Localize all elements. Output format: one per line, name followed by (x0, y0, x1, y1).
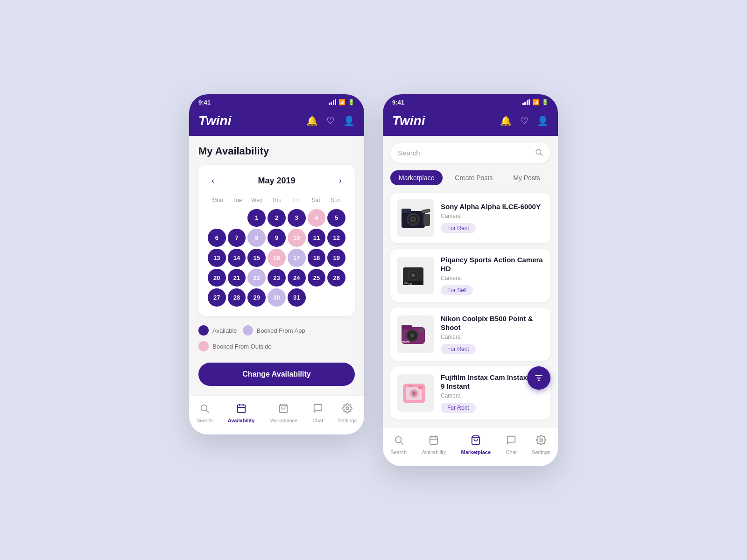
marketplace-tabs: Marketplace Create Posts My Posts (390, 170, 550, 185)
bottom-nav-2: Search Availability Marketplace Chat (383, 427, 558, 466)
calendar-day[interactable]: 2 (268, 209, 286, 227)
product-tag: For Sell (441, 285, 473, 295)
nav-search-1[interactable]: Search (191, 401, 218, 425)
status-icons-2: 📶 🔋 (522, 99, 549, 105)
app-logo-1: Twini (198, 113, 232, 128)
calendar-day[interactable]: 9 (268, 229, 286, 247)
calendar-day[interactable]: 8 (247, 229, 266, 247)
nav-marketplace-label-2: Marketplace (461, 449, 491, 455)
svg-text:NIKON: NIKON (402, 340, 410, 343)
nav-marketplace-label-1: Marketplace (269, 418, 297, 423)
calendar-day[interactable]: 17 (288, 249, 306, 267)
nav-marketplace-icon-2 (471, 435, 481, 448)
nav-chat-icon-1 (313, 403, 323, 416)
calendar-day[interactable]: 18 (308, 249, 326, 267)
nav-availability-label-2: Availability (422, 449, 446, 455)
calendar-day[interactable]: 11 (308, 229, 326, 247)
tab-my-posts[interactable]: My Posts (505, 170, 549, 185)
tab-marketplace[interactable]: Marketplace (390, 170, 443, 185)
calendar-day[interactable]: 1 (247, 209, 266, 227)
time-1: 9:41 (198, 99, 211, 106)
calendar-day[interactable]: 20 (208, 269, 226, 287)
marketplace-phone: 9:41 📶 🔋 Twini 🔔 ♡ 👤 (383, 94, 558, 466)
heart-icon-2[interactable]: ♡ (520, 115, 529, 126)
product-card[interactable]: Sony Alpha Alpha ILCE-6000Y Camera For R… (390, 193, 550, 243)
product-category: Camera (441, 275, 544, 281)
calendar-days: 1234567891011121314151617181920212223242… (208, 209, 345, 307)
header-icons-2: 🔔 ♡ 👤 (500, 115, 549, 126)
svg-rect-38 (418, 386, 423, 389)
filter-fab-button[interactable] (527, 366, 550, 390)
availability-content: My Availability ‹ May 2019 › Mon Tue Wed… (189, 136, 364, 396)
svg-point-29 (410, 333, 415, 338)
svg-line-1 (207, 410, 209, 413)
nav-marketplace-1[interactable]: Marketplace (264, 401, 303, 425)
product-name: Sony Alpha Alpha ILCE-6000Y (441, 202, 544, 211)
calendar-day[interactable]: 30 (268, 288, 286, 307)
calendar-day[interactable]: 15 (247, 249, 266, 267)
bell-icon-2[interactable]: 🔔 (500, 115, 512, 126)
calendar-day[interactable]: 16 (268, 249, 286, 267)
calendar-day[interactable]: 10 (288, 229, 306, 247)
calendar-day[interactable]: 27 (208, 288, 226, 307)
calendar-day[interactable]: 22 (247, 269, 266, 287)
nav-availability-1[interactable]: Availability (222, 401, 261, 425)
calendar-day[interactable]: 29 (247, 288, 266, 307)
calendar-day[interactable]: 31 (288, 288, 306, 307)
weekday-tue: Tue (227, 195, 247, 205)
nav-search-label-1: Search (197, 418, 213, 423)
calendar-day[interactable]: 12 (327, 229, 345, 247)
nav-settings-2[interactable]: Settings (526, 433, 556, 457)
profile-icon-2[interactable]: 👤 (537, 115, 549, 126)
nav-chat-label-1: Chat (312, 418, 323, 423)
nav-settings-label-2: Settings (532, 449, 550, 455)
app-logo-2: Twini (392, 113, 425, 128)
search-bar[interactable]: Search (390, 143, 550, 163)
prev-month-button[interactable]: ‹ (208, 174, 218, 188)
calendar-day[interactable]: 25 (308, 269, 326, 287)
next-month-button[interactable]: › (335, 174, 345, 188)
nav-availability-label-1: Availability (228, 418, 255, 423)
calendar-day[interactable]: 7 (228, 229, 246, 247)
calendar-day[interactable]: 6 (208, 229, 226, 247)
battery-icon: 🔋 (348, 99, 355, 105)
calendar-day[interactable]: 28 (228, 288, 246, 307)
product-card[interactable]: NIKON Nikon Coolpix B500 Point & Shoot C… (390, 308, 550, 361)
wifi-icon: 📶 (338, 99, 345, 105)
nav-chat-icon-2 (506, 435, 516, 448)
nav-availability-2[interactable]: Availability (416, 433, 451, 457)
calendar-day[interactable]: 26 (327, 269, 345, 287)
nav-settings-icon-1 (342, 403, 352, 416)
calendar-day (228, 209, 246, 227)
tab-create-posts[interactable]: Create Posts (446, 170, 501, 185)
calendar-day[interactable]: 21 (228, 269, 246, 287)
calendar-day[interactable]: 19 (327, 249, 345, 267)
calendar-day[interactable]: 23 (268, 269, 286, 287)
calendar-day[interactable]: 5 (327, 209, 345, 227)
bell-icon-1[interactable]: 🔔 (306, 115, 318, 126)
calendar-day (327, 288, 345, 307)
heart-icon-1[interactable]: ♡ (326, 115, 335, 126)
profile-icon-1[interactable]: 👤 (343, 115, 355, 126)
calendar-day[interactable]: 4 (308, 209, 326, 227)
legend-booked-app: Booked From App (243, 325, 305, 336)
svg-point-15 (412, 218, 414, 220)
nav-search-2[interactable]: Search (385, 433, 412, 457)
calendar-day[interactable]: 3 (288, 209, 306, 227)
product-image (397, 199, 434, 237)
calendar-day[interactable]: 24 (288, 269, 306, 287)
legend-dot-booked-outside (198, 341, 209, 351)
calendar-day[interactable]: 14 (228, 249, 246, 267)
change-availability-button[interactable]: Change Availability (198, 363, 355, 386)
nav-settings-1[interactable]: Settings (332, 401, 362, 425)
weekday-mon: Mon (208, 195, 227, 205)
svg-point-7 (346, 407, 349, 410)
nav-marketplace-2[interactable]: Marketplace (456, 433, 497, 457)
product-card[interactable]: Fujifilm Instax Cam Instax Mini 9 Instan… (390, 366, 550, 420)
legend-label-booked-outside: Booked From Outside (212, 343, 271, 350)
svg-rect-23 (404, 282, 408, 284)
nav-chat-2[interactable]: Chat (500, 433, 522, 457)
product-card[interactable]: HD Piqancy Sports Action Camera HD Camer… (390, 249, 550, 302)
nav-chat-1[interactable]: Chat (307, 401, 329, 425)
calendar-day[interactable]: 13 (208, 249, 226, 267)
